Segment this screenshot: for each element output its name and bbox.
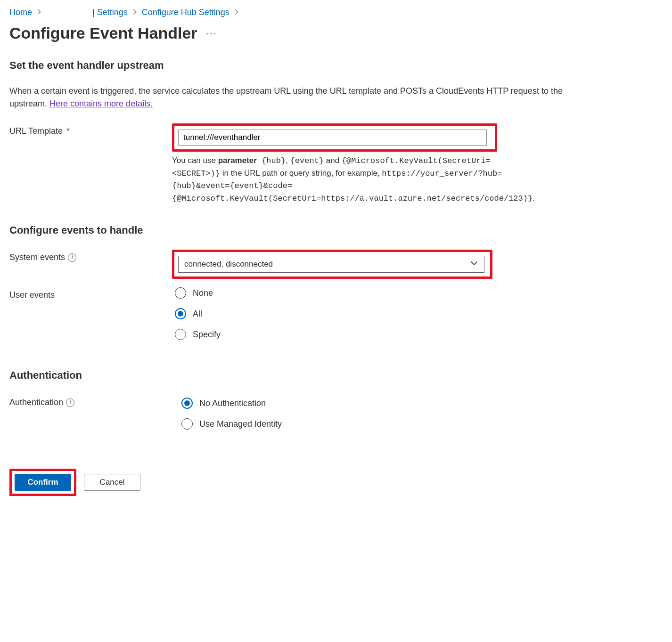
upstream-intro: When a certain event is triggered, the s… [9, 85, 565, 110]
auth-radio-none[interactable] [181, 398, 193, 409]
events-section: Configure events to handle System events… [9, 224, 663, 349]
user-events-radio-none[interactable] [175, 287, 186, 299]
desc-text: , [286, 156, 290, 165]
user-events-label-text: User events [9, 290, 55, 300]
user-events-option-none: None [193, 288, 213, 298]
confirm-button[interactable]: Confirm [15, 474, 71, 491]
confirm-highlight: Confirm [9, 469, 76, 496]
auth-radio-managed[interactable] [181, 418, 193, 430]
user-events-radio-specify[interactable] [175, 329, 186, 340]
breadcrumb-home[interactable]: Home [9, 8, 32, 17]
upstream-heading: Set the event handler upstream [9, 59, 663, 72]
system-events-value: connected, disconnected [184, 260, 273, 269]
url-template-label: URL Template * [9, 123, 172, 136]
footer: Confirm Cancel [0, 459, 672, 510]
page-title: Configure Event Handler [9, 24, 197, 42]
cancel-button[interactable]: Cancel [84, 474, 140, 491]
auth-heading: Authentication [9, 369, 663, 382]
upstream-intro-link[interactable]: Here contains more details. [49, 99, 153, 108]
desc-bold: parameter [218, 156, 257, 165]
required-indicator: * [66, 126, 70, 136]
chevron-right-icon [131, 8, 138, 17]
user-events-label: User events [9, 287, 172, 300]
system-events-label: System events i [9, 250, 172, 262]
chevron-down-icon [470, 259, 478, 270]
auth-option-none: No Authentication [199, 398, 266, 408]
auth-section: Authentication Authentication i No Authe… [9, 369, 663, 439]
user-events-option-specify: Specify [193, 330, 221, 340]
system-events-label-text: System events [9, 252, 65, 262]
url-template-description: You can use parameter {hub}, {event} and… [172, 154, 530, 204]
desc-text: and [324, 156, 342, 165]
url-template-highlight [172, 123, 497, 152]
desc-text: . [533, 194, 535, 203]
url-template-input[interactable] [178, 130, 487, 146]
breadcrumb: Home | Settings Configure Hub Settings [9, 6, 663, 21]
system-events-select[interactable]: connected, disconnected [178, 256, 484, 273]
upstream-section: Set the event handler upstream When a ce… [9, 59, 663, 204]
events-heading: Configure events to handle [9, 224, 663, 236]
breadcrumb-settings[interactable]: | Settings [92, 8, 128, 17]
user-events-radio-all[interactable] [175, 308, 186, 319]
desc-text: You can use [172, 156, 218, 165]
user-events-option-all: All [193, 309, 202, 319]
more-actions-button[interactable]: ··· [206, 27, 217, 40]
desc-text: in the URL path or query string, for exa… [220, 169, 382, 178]
info-icon[interactable]: i [66, 398, 74, 407]
chevron-right-icon [233, 8, 240, 17]
url-template-label-text: URL Template [9, 126, 63, 136]
system-events-highlight: connected, disconnected [172, 250, 492, 279]
info-icon[interactable]: i [68, 253, 76, 262]
desc-mono: {event} [290, 156, 324, 165]
auth-label-text: Authentication [9, 398, 63, 407]
chevron-right-icon [36, 8, 42, 17]
auth-label: Authentication i [9, 395, 172, 407]
auth-option-managed: Use Managed Identity [199, 419, 282, 429]
breadcrumb-configure-hub[interactable]: Configure Hub Settings [142, 8, 229, 17]
desc-mono: {hub} [257, 156, 286, 165]
